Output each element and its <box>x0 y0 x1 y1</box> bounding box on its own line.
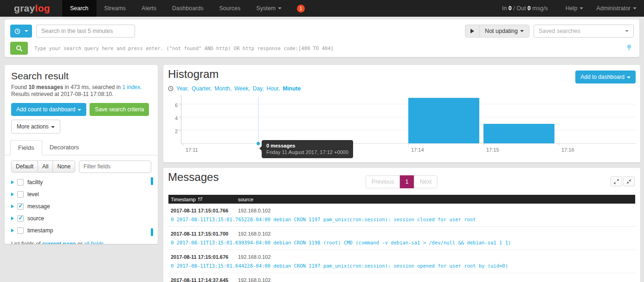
fields-all-button[interactable]: All <box>38 160 53 173</box>
compress-icon <box>626 179 631 184</box>
y-tick-mark <box>179 130 181 130</box>
index-link[interactable]: 1 index. <box>122 84 142 90</box>
nav-item-search[interactable]: Search <box>62 0 97 17</box>
expand-caret-icon[interactable] <box>11 205 14 208</box>
resolution-minute[interactable]: Minute <box>283 85 301 92</box>
nav-item-streams[interactable]: Streams <box>97 0 134 17</box>
resolution-selector: Year, Quarter, Month, Week, Day, Hour, M… <box>168 85 302 92</box>
histogram-bar[interactable] <box>483 124 554 143</box>
message-row[interactable]: 2017-08-11 17:14:37.645 192.168.0.102 0 … <box>168 273 635 282</box>
column-header-timestamp[interactable]: Timestamp <box>168 197 238 202</box>
field-checkbox[interactable] <box>17 203 24 210</box>
search-query-input[interactable] <box>28 42 626 55</box>
notification-badge[interactable]: 1 <box>297 5 305 13</box>
field-list-controls: Default All None <box>11 160 151 173</box>
result-summary: Found 10 messages in 473 ms, searched in… <box>11 84 151 91</box>
histogram-chart[interactable]: 0 messages Friday 11 August 2017, 17:12 … <box>168 95 636 154</box>
sidebar-title: Search result <box>11 70 151 82</box>
nav-item-system[interactable]: System <box>248 0 290 17</box>
timerange-input[interactable] <box>36 25 135 38</box>
timerange-picker-button[interactable] <box>10 25 32 38</box>
expand-panel-button[interactable] <box>611 176 622 186</box>
sort-icon <box>198 197 203 202</box>
timerange-row: Not updating Saved searches <box>10 25 634 38</box>
nav-item-sources[interactable]: Sources <box>211 0 248 17</box>
retrieved-timestamp: Results retrieved at 2017-08-11 17:08:10… <box>11 91 151 98</box>
expand-caret-icon[interactable] <box>11 180 14 184</box>
chart-crosshair <box>258 97 258 143</box>
message-text: 0 2017-08-11T13:15:01.644228-04:00 debia… <box>168 260 635 273</box>
compress-panel-button[interactable] <box>623 176 635 186</box>
messages-table: Timestamp source 2017-08-11 17:15:01.766… <box>168 195 635 282</box>
pagination-previous[interactable]: Previous <box>366 175 400 188</box>
fields-scrollbar-segment[interactable] <box>151 177 153 185</box>
x-axis-label: 17:15 <box>486 147 499 153</box>
field-label: message <box>27 203 50 210</box>
x-axis-label: 17:11 <box>186 147 198 153</box>
more-actions-button[interactable]: More actions <box>11 120 60 134</box>
expand-icon <box>614 179 619 184</box>
message-source: 192.168.0.102 <box>238 231 635 237</box>
field-row-source: source <box>11 212 151 224</box>
resolution-year[interactable]: Year, <box>176 85 189 92</box>
sidebar-actions: Add count to dashboard Save search crite… <box>11 103 151 116</box>
chart-tooltip: 0 messages Friday 11 August 2017, 17:12 … <box>262 140 353 158</box>
fields-scrollbar-segment[interactable] <box>151 228 153 236</box>
field-checkbox[interactable] <box>17 179 24 186</box>
clock-icon <box>168 86 174 91</box>
message-row[interactable]: 2017-08-11 17:15:01.700 192.168.0.102 0 … <box>168 227 635 250</box>
chevron-down-icon <box>25 30 28 32</box>
help-menu[interactable]: Help <box>560 5 589 12</box>
x-axis-label: 17:14 <box>411 147 424 153</box>
play-refresh-button[interactable] <box>465 25 480 38</box>
resolution-hour[interactable]: Hour, <box>267 85 280 92</box>
search-submit-button[interactable] <box>10 42 28 55</box>
pagination-page-1[interactable]: 1 <box>399 175 414 188</box>
saved-searches-select[interactable]: Saved searches <box>534 25 634 38</box>
y-tick-mark <box>179 104 181 104</box>
field-checkbox[interactable] <box>17 227 24 234</box>
field-checkbox[interactable] <box>17 215 24 222</box>
resolution-week[interactable]: Week, <box>234 85 250 92</box>
expand-caret-icon[interactable] <box>11 217 14 220</box>
graylog-logo[interactable]: graylog <box>14 3 50 14</box>
field-list: facility level message source timestamp <box>11 176 151 237</box>
not-updating-dropdown[interactable]: Not updating <box>479 25 529 38</box>
tab-fields[interactable]: Fields <box>10 140 42 155</box>
add-to-dashboard-button[interactable]: Add to dashboard <box>575 70 636 83</box>
y-axis-label: 4 <box>168 115 178 121</box>
save-search-criteria-button[interactable]: Save search criteria <box>90 103 149 116</box>
tab-decorators[interactable]: Decorators <box>42 140 87 155</box>
user-menu[interactable]: Administrator <box>591 5 642 12</box>
field-label: facility <box>27 179 43 186</box>
field-checkbox[interactable] <box>17 191 24 198</box>
query-help-button[interactable] <box>626 44 632 53</box>
nav-item-alerts[interactable]: Alerts <box>134 0 164 17</box>
histogram-panel: Histogram Add to dashboard Year, Quarter… <box>163 65 640 162</box>
expand-caret-icon[interactable] <box>11 229 14 232</box>
filter-fields-input[interactable] <box>79 160 151 173</box>
histogram-bar[interactable] <box>408 98 479 143</box>
resolution-day[interactable]: Day, <box>253 85 264 92</box>
field-label: source <box>27 215 44 222</box>
fields-none-button[interactable]: None <box>52 160 75 173</box>
x-tick-mark <box>483 144 484 146</box>
column-header-source[interactable]: source <box>238 197 635 202</box>
resolution-quarter[interactable]: Quarter, <box>192 85 212 92</box>
pagination-next[interactable]: Next <box>413 175 438 188</box>
fields-default-button[interactable]: Default <box>11 160 38 173</box>
all-fields-link[interactable]: all fields <box>84 241 104 244</box>
histogram-plot[interactable] <box>181 95 636 144</box>
tooltip-value: 0 messages <box>266 143 348 148</box>
resolution-month[interactable]: Month, <box>214 85 232 92</box>
message-source: 192.168.0.102 <box>238 277 635 282</box>
add-count-to-dashboard-button[interactable]: Add count to dashboard <box>11 103 86 116</box>
current-page-link[interactable]: current page <box>42 241 76 244</box>
message-row[interactable]: 2017-08-11 17:15:01.676 192.168.0.102 0 … <box>168 250 635 273</box>
chevron-down-icon <box>51 126 55 128</box>
expand-caret-icon[interactable] <box>11 192 14 196</box>
field-label: level <box>27 191 39 198</box>
y-axis-label: 6 <box>168 103 178 108</box>
message-row[interactable]: 2017-08-11 17:15:01.766 192.168.0.102 0 … <box>168 204 635 227</box>
nav-item-dashboards[interactable]: Dashboards <box>164 0 211 17</box>
